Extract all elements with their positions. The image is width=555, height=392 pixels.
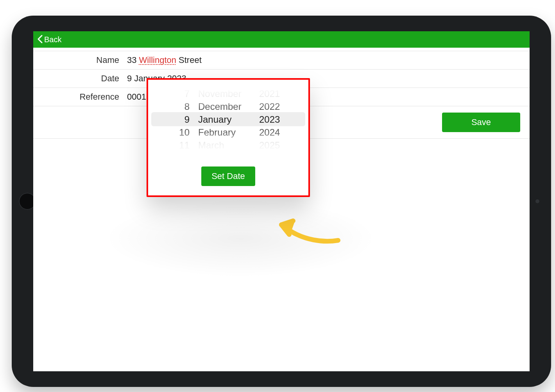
- row-name: Name 33 Willington Street: [33, 51, 530, 70]
- back-label: Back: [44, 35, 61, 44]
- date-picker-popover: 678910111213 OctoberNovemberDecemberJanu…: [147, 78, 310, 197]
- picker-item[interactable]: 6: [158, 81, 190, 87]
- picker-item[interactable]: 2026: [259, 152, 298, 159]
- save-button[interactable]: Save: [442, 113, 520, 132]
- name-field[interactable]: 33 Willington Street: [127, 55, 530, 65]
- picker-item[interactable]: 2022: [259, 100, 298, 113]
- day-column[interactable]: 678910111213: [158, 81, 196, 159]
- picker-item[interactable]: April: [198, 152, 257, 159]
- back-button[interactable]: Back: [37, 35, 61, 44]
- picker-item[interactable]: 9: [158, 113, 190, 126]
- topbar: Back: [33, 31, 530, 48]
- picker-item[interactable]: 2020: [259, 81, 298, 87]
- picker-item[interactable]: 2024: [259, 126, 298, 139]
- set-date-button[interactable]: Set Date: [201, 166, 255, 186]
- picker-item[interactable]: December: [198, 100, 257, 113]
- picker-item[interactable]: 2021: [259, 87, 298, 100]
- picker-item[interactable]: 11: [158, 139, 190, 152]
- picker-item[interactable]: October: [198, 81, 257, 87]
- app-screen: Back Name 33 Willington Street Date 9 Ja…: [33, 31, 530, 371]
- picker-item[interactable]: 10: [158, 126, 190, 139]
- date-label: Date: [33, 73, 127, 84]
- picker-item[interactable]: February: [198, 126, 257, 139]
- chevron-left-icon: [37, 35, 43, 43]
- picker-item[interactable]: 2023: [259, 113, 298, 126]
- month-column[interactable]: OctoberNovemberDecemberJanuaryFebruaryMa…: [196, 81, 257, 159]
- picker-item[interactable]: 12: [158, 152, 190, 159]
- picker-actions: Set Date: [148, 159, 308, 195]
- year-column[interactable]: 20202021202220232024202520262027: [257, 81, 298, 159]
- picker-item[interactable]: January: [198, 113, 257, 126]
- spellflag-word: Willington: [139, 55, 176, 65]
- annotation-arrow-icon: [260, 203, 346, 246]
- name-label: Name: [33, 55, 127, 65]
- picker-item[interactable]: March: [198, 139, 257, 152]
- picker-item[interactable]: 8: [158, 100, 190, 113]
- reference-label: Reference: [33, 92, 127, 102]
- date-wheel[interactable]: 678910111213 OctoberNovemberDecemberJanu…: [148, 80, 308, 159]
- picker-item[interactable]: 7: [158, 87, 190, 100]
- picker-item[interactable]: November: [198, 87, 257, 100]
- picker-item[interactable]: 2025: [259, 139, 298, 152]
- tablet-frame: Back Name 33 Willington Street Date 9 Ja…: [12, 16, 551, 387]
- front-camera: [535, 199, 539, 203]
